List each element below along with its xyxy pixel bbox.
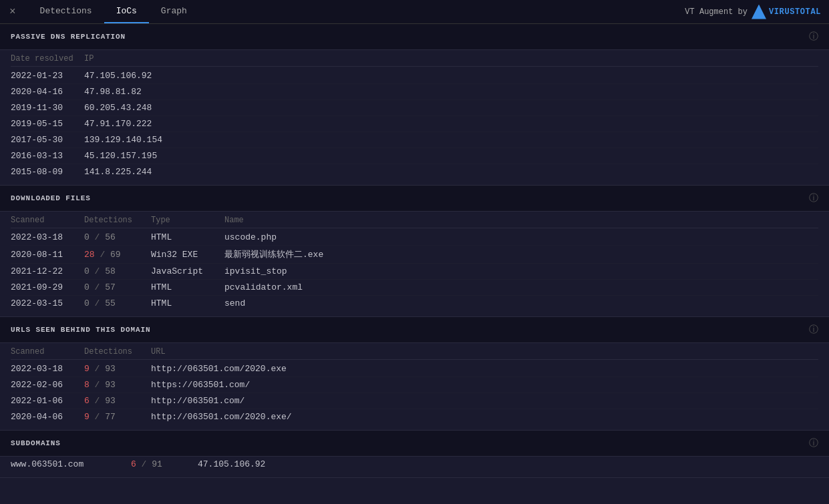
col-header-scanned: Scanned bbox=[11, 216, 84, 225]
nav-tabs: Detections IoCs Graph bbox=[28, 0, 199, 23]
subdomains-header: SUBDOMAINS ⓘ bbox=[0, 431, 829, 457]
cell-url: http://063501.com/2020.exe/ bbox=[151, 412, 818, 422]
vt-logo: VIRUSTOTAL bbox=[752, 5, 821, 19]
urls-section: URLS SEEN BEHIND THIS DOMAIN ⓘ Scanned D… bbox=[0, 317, 829, 431]
cell-scanned: 2020-08-11 bbox=[11, 250, 84, 260]
cell-scanned: 2021-12-22 bbox=[11, 266, 84, 276]
downloaded-files-table: Scanned Detections Type Name 2022-03-18 … bbox=[0, 212, 829, 316]
cell-sub-ip: 47.105.106.92 bbox=[198, 459, 818, 469]
col-header-name: Name bbox=[224, 216, 818, 225]
cell-date: 2017-05-30 bbox=[11, 135, 84, 145]
table-row: 2021-12-22 0 / 58 JavaScript ipvisit_sto… bbox=[11, 264, 818, 280]
col-header-detections: Detections bbox=[84, 216, 151, 225]
cell-detections: 0 / 56 bbox=[84, 232, 151, 242]
downloaded-files-info-icon[interactable]: ⓘ bbox=[809, 192, 818, 204]
cell-url: http://063501.com/ bbox=[151, 396, 818, 406]
main-content: PASSIVE DNS REPLICATION ⓘ Date resolved … bbox=[0, 24, 829, 478]
passive-dns-info-icon[interactable]: ⓘ bbox=[809, 31, 818, 43]
subdomains-rows: www.063501.com 6 / 91 47.105.106.92 bbox=[11, 457, 818, 472]
table-row: 2019-11-30 60.205.43.248 bbox=[11, 100, 818, 116]
vt-brand: VT Augment by VIRUSTOTAL bbox=[685, 5, 821, 19]
cell-type: Win32 EXE bbox=[151, 250, 224, 260]
passive-dns-table: Date resolved IP 2022-01-23 47.105.106.9… bbox=[0, 50, 829, 185]
downloaded-files-section: DOWNLOADED FILES ⓘ Scanned Detections Ty… bbox=[0, 186, 829, 317]
table-row: 2022-02-06 8 / 93 https://063501.com/ bbox=[11, 377, 818, 393]
subdomains-section: SUBDOMAINS ⓘ www.063501.com 6 / 91 47.10… bbox=[0, 431, 829, 478]
cell-date: 2016-03-13 bbox=[11, 151, 84, 161]
cell-name: send bbox=[224, 298, 818, 308]
urls-table: Scanned Detections URL 2022-03-18 9 / 93… bbox=[0, 343, 829, 430]
subdomains-table: www.063501.com 6 / 91 47.105.106.92 bbox=[0, 457, 829, 477]
cell-detections: 6 / 93 bbox=[84, 396, 151, 406]
cell-type: HTML bbox=[151, 232, 224, 242]
cell-detections: 9 / 77 bbox=[84, 412, 151, 422]
table-row: 2019-05-15 47.91.170.222 bbox=[11, 116, 818, 132]
cell-scanned: 2022-02-06 bbox=[11, 380, 84, 390]
close-button[interactable]: × bbox=[5, 5, 20, 19]
table-row: 2022-03-15 0 / 55 HTML send bbox=[11, 296, 818, 311]
table-row: www.063501.com 6 / 91 47.105.106.92 bbox=[11, 457, 818, 472]
cell-scanned: 2022-03-18 bbox=[11, 232, 84, 242]
cell-detections: 0 / 57 bbox=[84, 282, 151, 292]
subdomains-info-icon[interactable]: ⓘ bbox=[809, 437, 818, 449]
vt-logo-icon bbox=[752, 5, 766, 19]
downloaded-files-table-header: Scanned Detections Type Name bbox=[11, 212, 818, 228]
cell-detections: 0 / 58 bbox=[84, 266, 151, 276]
table-row: 2022-01-06 6 / 93 http://063501.com/ bbox=[11, 393, 818, 409]
cell-date: 2022-01-23 bbox=[11, 71, 84, 81]
col-header-detections-urls: Detections bbox=[84, 347, 151, 356]
subdomains-title: SUBDOMAINS bbox=[11, 439, 61, 447]
cell-type: HTML bbox=[151, 298, 224, 308]
table-row: 2022-03-18 9 / 93 http://063501.com/2020… bbox=[11, 361, 818, 377]
table-row: 2022-01-23 47.105.106.92 bbox=[11, 68, 818, 84]
tab-graph[interactable]: Graph bbox=[149, 0, 199, 23]
cell-ip: 139.129.140.154 bbox=[84, 135, 191, 145]
urls-rows: 2022-03-18 9 / 93 http://063501.com/2020… bbox=[11, 361, 818, 425]
table-row: 2016-03-13 45.120.157.195 bbox=[11, 148, 818, 164]
cell-date: 2015-08-09 bbox=[11, 167, 84, 177]
cell-ip: 47.98.81.82 bbox=[84, 87, 191, 97]
cell-scanned: 2022-03-18 bbox=[11, 364, 84, 374]
col-header-date-resolved: Date resolved bbox=[11, 54, 84, 63]
table-row: 2020-04-16 47.98.81.82 bbox=[11, 84, 818, 100]
passive-dns-table-header: Date resolved IP bbox=[11, 50, 818, 67]
cell-url: https://063501.com/ bbox=[151, 380, 818, 390]
urls-table-header: Scanned Detections URL bbox=[11, 343, 818, 360]
table-row: 2015-08-09 141.8.225.244 bbox=[11, 164, 818, 180]
cell-date: 2019-05-15 bbox=[11, 119, 84, 129]
cell-date: 2020-04-16 bbox=[11, 87, 84, 97]
col-header-type: Type bbox=[151, 216, 224, 225]
downloaded-files-rows: 2022-03-18 0 / 56 HTML uscode.php 2020-0… bbox=[11, 230, 818, 311]
passive-dns-header: PASSIVE DNS REPLICATION ⓘ bbox=[0, 24, 829, 50]
table-row: 2020-08-11 28 / 69 Win32 EXE 最新弱视训练软件二.e… bbox=[11, 246, 818, 264]
cell-detections: 8 / 93 bbox=[84, 380, 151, 390]
urls-header: URLS SEEN BEHIND THIS DOMAIN ⓘ bbox=[0, 317, 829, 343]
downloaded-files-header: DOWNLOADED FILES ⓘ bbox=[0, 186, 829, 212]
table-row: 2022-03-18 0 / 56 HTML uscode.php bbox=[11, 230, 818, 246]
urls-info-icon[interactable]: ⓘ bbox=[809, 324, 818, 336]
table-row: 2017-05-30 139.129.140.154 bbox=[11, 132, 818, 148]
table-row: 2021-09-29 0 / 57 HTML pcvalidator.xml bbox=[11, 280, 818, 296]
cell-name: 最新弱视训练软件二.exe bbox=[224, 248, 818, 260]
cell-ip: 47.105.106.92 bbox=[84, 71, 191, 81]
cell-ip: 141.8.225.244 bbox=[84, 167, 191, 177]
col-header-ip: IP bbox=[84, 54, 191, 63]
urls-title: URLS SEEN BEHIND THIS DOMAIN bbox=[11, 326, 150, 334]
cell-scanned: 2020-04-06 bbox=[11, 412, 84, 422]
cell-scanned: 2022-01-06 bbox=[11, 396, 84, 406]
tab-detections[interactable]: Detections bbox=[28, 0, 104, 23]
cell-url: http://063501.com/2020.exe bbox=[151, 364, 818, 374]
cell-sub-detections: 6 / 91 bbox=[131, 459, 198, 469]
cell-name: pcvalidator.xml bbox=[224, 282, 818, 292]
col-header-scanned-urls: Scanned bbox=[11, 347, 84, 356]
cell-type: JavaScript bbox=[151, 266, 224, 276]
col-header-url: URL bbox=[151, 347, 818, 356]
tab-iocs[interactable]: IoCs bbox=[104, 0, 149, 23]
cell-scanned: 2021-09-29 bbox=[11, 282, 84, 292]
cell-subdomain: www.063501.com bbox=[11, 459, 131, 469]
cell-ip: 45.120.157.195 bbox=[84, 151, 191, 161]
app-header: × Detections IoCs Graph VT Augment by VI… bbox=[0, 0, 829, 24]
cell-name: uscode.php bbox=[224, 232, 818, 242]
cell-scanned: 2022-03-15 bbox=[11, 298, 84, 308]
table-row: 2020-04-06 9 / 77 http://063501.com/2020… bbox=[11, 409, 818, 425]
